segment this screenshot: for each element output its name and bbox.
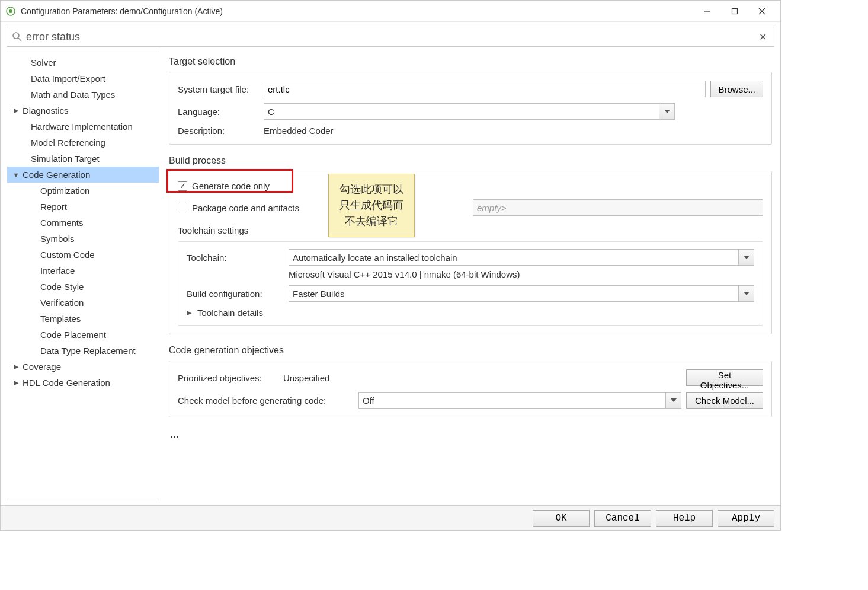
- search-icon: [12, 31, 23, 42]
- objectives-title: Code generation objectives: [169, 345, 772, 356]
- build-config-select[interactable]: Faster Builds: [289, 285, 739, 302]
- close-button[interactable]: [748, 2, 776, 21]
- nav-item-label: Data Import/Export: [31, 74, 105, 84]
- target-selection-group: System target file: Browse... Language: …: [169, 72, 772, 145]
- nav-item-label: Simulation Target: [31, 154, 100, 164]
- nav-sidebar: SolverData Import/ExportMath and Data Ty…: [7, 52, 159, 500]
- nav-item-code-placement[interactable]: Code Placement: [7, 327, 159, 343]
- language-select-arrow[interactable]: [659, 103, 675, 120]
- chevron-right-icon: ▶: [12, 379, 20, 387]
- package-code-checkbox[interactable]: [178, 203, 187, 212]
- generate-code-only-label: Generate code only: [192, 181, 270, 191]
- nav-item-comments[interactable]: Comments: [7, 215, 159, 231]
- window-title: Configuration Parameters: demo/Configura…: [21, 7, 694, 16]
- nav-item-hdl-code-generation[interactable]: ▶HDL Code Generation: [7, 375, 159, 391]
- svg-rect-3: [732, 8, 738, 14]
- nav-item-label: Data Type Replacement: [40, 346, 136, 356]
- nav-item-optimization[interactable]: Optimization: [7, 183, 159, 199]
- nav-item-data-import-export[interactable]: Data Import/Export: [7, 71, 159, 87]
- apply-button[interactable]: Apply: [718, 510, 774, 527]
- chevron-right-icon: ▶: [12, 363, 20, 371]
- toolchain-settings-group: Toolchain: Automatically locate an insta…: [178, 241, 763, 326]
- nav-item-data-type-replacement[interactable]: Data Type Replacement: [7, 343, 159, 359]
- search-row: ✕: [1, 22, 780, 52]
- annotation-tooltip: 勾选此项可以 只生成代码而 不去编译它: [328, 174, 415, 237]
- minimize-button[interactable]: [694, 2, 721, 21]
- description-label: Description:: [178, 126, 264, 136]
- prioritized-value: Unspecified: [283, 373, 329, 383]
- zip-file-input[interactable]: [473, 199, 763, 216]
- set-objectives-button[interactable]: Set Objectives...: [686, 369, 763, 386]
- toolchain-select[interactable]: Automatically locate an installed toolch…: [289, 249, 739, 266]
- nav-item-label: Verification: [40, 298, 84, 308]
- prioritized-label: Prioritized objectives:: [178, 373, 283, 383]
- nav-item-symbols[interactable]: Symbols: [7, 231, 159, 247]
- nav-item-math-and-data-types[interactable]: Math and Data Types: [7, 87, 159, 103]
- bottom-bar: OK Cancel Help Apply: [1, 505, 780, 530]
- nav-item-simulation-target[interactable]: Simulation Target: [7, 151, 159, 167]
- config-window: Configuration Parameters: demo/Configura…: [0, 0, 781, 531]
- nav-item-code-generation[interactable]: ▼Code Generation: [7, 167, 159, 183]
- search-box[interactable]: ✕: [7, 27, 774, 47]
- svg-point-6: [13, 33, 19, 39]
- nav-item-label: Templates: [40, 314, 81, 324]
- build-config-label: Build configuration:: [187, 289, 289, 299]
- nav-item-label: Report: [40, 202, 67, 212]
- nav-item-coverage[interactable]: ▶Coverage: [7, 359, 159, 375]
- language-select[interactable]: C: [264, 103, 659, 120]
- nav-item-diagnostics[interactable]: ▶Diagnostics: [7, 103, 159, 119]
- app-icon: [5, 6, 16, 17]
- nav-item-label: Custom Code: [40, 250, 95, 260]
- nav-item-model-referencing[interactable]: Model Referencing: [7, 135, 159, 151]
- toolchain-select-arrow[interactable]: [739, 249, 754, 266]
- chevron-right-icon: ▶: [187, 309, 195, 317]
- nav-item-verification[interactable]: Verification: [7, 295, 159, 311]
- nav-item-label: Diagnostics: [23, 106, 69, 116]
- objectives-group: Prioritized objectives: Unspecified Set …: [169, 361, 772, 417]
- toolchain-label: Toolchain:: [187, 253, 289, 263]
- nav-item-label: Hardware Implementation: [31, 122, 133, 132]
- check-model-select-arrow[interactable]: [666, 392, 681, 409]
- build-process-group: Generate code only Package code and arti…: [169, 171, 772, 334]
- build-config-select-arrow[interactable]: [739, 285, 754, 302]
- help-button[interactable]: Help: [656, 510, 713, 527]
- tooltip-line2: 只生成代码而: [339, 197, 403, 213]
- ok-button[interactable]: OK: [533, 510, 590, 527]
- build-config-value: Faster Builds: [293, 289, 345, 299]
- toolchain-details-expander[interactable]: ▶ Toolchain details: [187, 308, 754, 318]
- svg-marker-10: [744, 292, 750, 295]
- nav-item-report[interactable]: Report: [7, 199, 159, 215]
- toolchain-settings-title: Toolchain settings: [178, 225, 763, 235]
- generate-code-only-checkbox[interactable]: [178, 181, 187, 191]
- nav-item-templates[interactable]: Templates: [7, 311, 159, 327]
- svg-point-1: [9, 9, 12, 13]
- more-indicator[interactable]: ...: [170, 428, 772, 441]
- nav-item-label: HDL Code Generation: [23, 378, 110, 388]
- nav-item-solver[interactable]: Solver: [7, 55, 159, 71]
- nav-item-label: Comments: [40, 218, 84, 228]
- svg-marker-11: [671, 398, 677, 402]
- package-code-row[interactable]: Package code and artifacts: [178, 199, 763, 216]
- chevron-down-icon: ▼: [12, 171, 20, 178]
- nav-item-custom-code[interactable]: Custom Code: [7, 247, 159, 263]
- check-model-select[interactable]: Off: [358, 392, 666, 409]
- build-process-title: Build process: [169, 155, 772, 166]
- chevron-right-icon: ▶: [12, 107, 20, 114]
- browse-button[interactable]: Browse...: [710, 81, 763, 97]
- nav-item-interface[interactable]: Interface: [7, 263, 159, 279]
- window-controls: [694, 2, 776, 21]
- nav-item-code-style[interactable]: Code Style: [7, 279, 159, 295]
- check-model-value: Off: [363, 396, 374, 406]
- nav-item-hardware-implementation[interactable]: Hardware Implementation: [7, 119, 159, 135]
- nav-item-label: Solver: [31, 58, 56, 68]
- maximize-button[interactable]: [721, 2, 748, 21]
- nav-item-label: Optimization: [40, 186, 89, 196]
- check-model-button[interactable]: Check Model...: [686, 392, 763, 409]
- search-input[interactable]: [26, 31, 757, 43]
- nav-item-label: Interface: [40, 266, 75, 276]
- generate-code-only-row[interactable]: Generate code only: [178, 181, 763, 191]
- cancel-button[interactable]: Cancel: [594, 510, 651, 527]
- system-target-file-input[interactable]: [264, 81, 706, 97]
- nav-item-label: Math and Data Types: [31, 90, 115, 100]
- search-clear-icon[interactable]: ✕: [757, 31, 769, 43]
